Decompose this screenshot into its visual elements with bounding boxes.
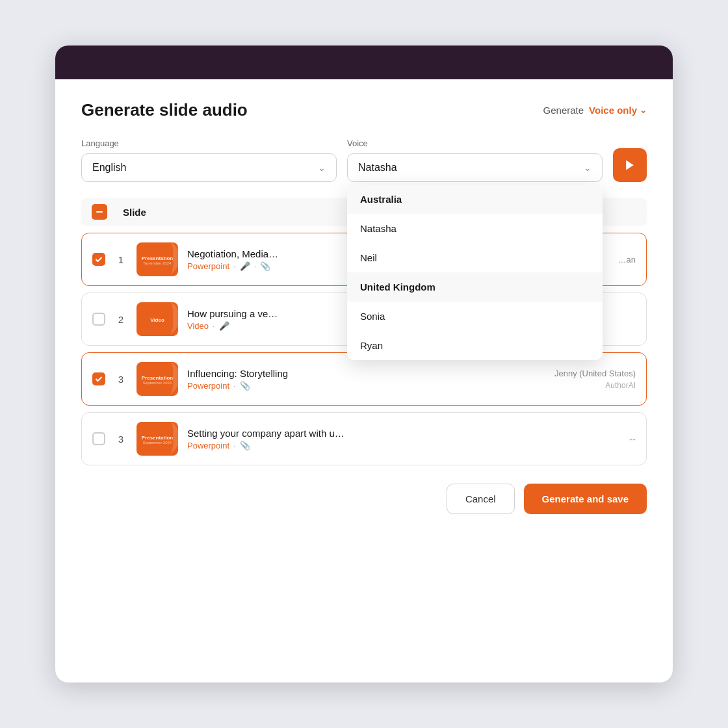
- slide-voice-info-1: …an: [618, 255, 636, 265]
- slide-title-4: Setting your company apart with u…: [187, 428, 621, 439]
- thumb-decoration-2: [159, 302, 178, 335]
- slide-checkbox-1[interactable]: [92, 253, 105, 266]
- voice-selector-group: Voice Natasha ⌄ Australia Natasha Neil U…: [347, 138, 603, 182]
- dialog-card: Generate slide audio Generate Voice only…: [55, 46, 673, 682]
- header-checkbox[interactable]: [92, 204, 107, 220]
- clip-icon-3: 📎: [240, 381, 250, 391]
- dot-2a: ·: [213, 321, 215, 331]
- slide-number-2: 2: [113, 314, 129, 325]
- language-label: Language: [81, 138, 337, 148]
- slide-number-3: 3: [113, 374, 129, 385]
- top-bar: [55, 46, 673, 79]
- checkmark-icon-1: [95, 255, 103, 263]
- dropdown-section-australia: Australia: [347, 185, 603, 214]
- selectors-row: Language English ⌄ Voice Natasha ⌄ Austr…: [81, 138, 647, 182]
- slide-thumb-2: Video: [136, 302, 178, 336]
- voice-only-button[interactable]: Voice only ⌄: [589, 105, 647, 116]
- voice-label: Voice: [347, 138, 603, 148]
- dropdown-section-uk: United Kingdom: [347, 272, 603, 302]
- slide-meta-3: Powerpoint · 📎: [187, 381, 547, 391]
- dialog-footer: Cancel Generate and save: [81, 484, 647, 514]
- thumb-decoration-4: [159, 422, 178, 454]
- generate-save-button[interactable]: Generate and save: [524, 484, 647, 514]
- voice-dropdown: Australia Natasha Neil United Kingdom So…: [347, 185, 603, 360]
- slide-type-4: Powerpoint: [187, 441, 229, 450]
- language-chevron-icon: ⌄: [318, 162, 326, 173]
- slide-thumb-1: Presentation November 2024: [136, 242, 178, 276]
- slide-type-3: Powerpoint: [187, 381, 229, 391]
- slide-meta-4: Powerpoint · 📎: [187, 441, 621, 450]
- slide-info-3: Influencing: Storytelling Powerpoint · 📎: [187, 368, 547, 391]
- svg-rect-1: [96, 211, 103, 213]
- slide-info-4: Setting your company apart with u… Power…: [187, 428, 621, 450]
- slide-type-1: Powerpoint: [187, 261, 229, 271]
- voice-chevron-icon: ⌄: [584, 162, 592, 173]
- slide-voice-name-1: …an: [618, 255, 636, 265]
- dropdown-item-ryan[interactable]: Ryan: [347, 331, 603, 360]
- clip-icon-1: 📎: [260, 261, 270, 271]
- thumb-decoration-3: [159, 362, 178, 395]
- slide-type-2: Video: [187, 321, 209, 331]
- mic-icon-1: 🎤: [240, 261, 250, 271]
- cancel-button[interactable]: Cancel: [447, 484, 515, 514]
- slide-voice-name-3: Jenny (United States): [554, 369, 636, 378]
- dropdown-item-natasha[interactable]: Natasha: [347, 214, 603, 243]
- minus-icon: [96, 208, 103, 216]
- language-select[interactable]: English ⌄: [81, 153, 337, 182]
- slide-checkbox-2[interactable]: [92, 313, 105, 326]
- dropdown-item-neil[interactable]: Neil: [347, 243, 603, 272]
- play-icon: [623, 159, 636, 172]
- language-selector-group: Language English ⌄: [81, 138, 337, 182]
- dropdown-item-sonia[interactable]: Sonia: [347, 302, 603, 331]
- slide-checkbox-3[interactable]: [92, 372, 105, 385]
- slide-checkbox-4[interactable]: [92, 432, 105, 445]
- slide-number-4: 3: [113, 434, 129, 445]
- dot-1b: ·: [254, 261, 257, 271]
- slide-voice-dash-4: --: [629, 434, 636, 445]
- slide-number-1: 1: [113, 254, 129, 265]
- thumb-decoration-1: [159, 242, 178, 275]
- dialog-title: Generate slide audio: [81, 100, 248, 120]
- checkmark-icon-3: [95, 375, 103, 383]
- language-value: English: [92, 162, 126, 174]
- slide-voice-source-3: AuthorAI: [605, 381, 636, 390]
- generate-label: Generate: [543, 105, 584, 116]
- slide-thumb-3: Presentation September 2024: [136, 362, 178, 396]
- voice-only-label: Voice only: [589, 105, 637, 116]
- slide-voice-info-3: Jenny (United States) AuthorAI: [554, 369, 636, 390]
- slide-title-3: Influencing: Storytelling: [187, 368, 547, 379]
- dot-1a: ·: [233, 261, 236, 271]
- dot-3a: ·: [233, 381, 236, 391]
- clip-icon-4: 📎: [240, 441, 250, 450]
- slide-voice-info-4: --: [629, 434, 636, 445]
- play-button[interactable]: [613, 148, 647, 182]
- dot-4a: ·: [233, 441, 236, 450]
- slide-row-3: 3 Presentation September 2024 Influencin…: [81, 352, 647, 406]
- slide-row-4: 3 Presentation September 2024 Setting yo…: [81, 412, 647, 465]
- chevron-down-icon: ⌄: [640, 105, 647, 115]
- voice-value: Natasha: [358, 162, 397, 174]
- voice-select[interactable]: Natasha ⌄: [347, 153, 603, 182]
- svg-marker-0: [626, 161, 634, 170]
- mic-icon-2: 🎤: [219, 321, 229, 331]
- slide-column-header: Slide: [123, 207, 146, 218]
- dialog-header: Generate slide audio Generate Voice only…: [81, 100, 647, 120]
- generate-mode: Generate Voice only ⌄: [543, 105, 647, 116]
- slide-thumb-4: Presentation September 2024: [136, 422, 178, 456]
